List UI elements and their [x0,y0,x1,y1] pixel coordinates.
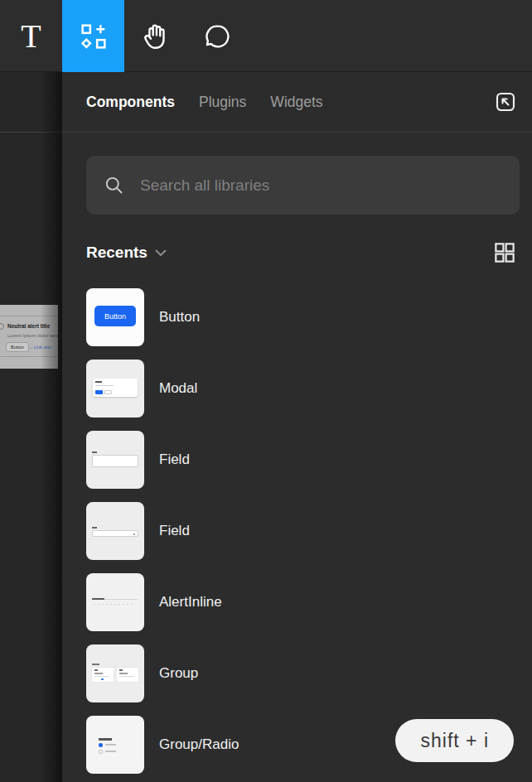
search-box[interactable] [86,156,520,215]
figma-app-window: T [0,0,532,782]
alert-button: Button [6,342,29,352]
comment-tool-button[interactable] [186,0,249,72]
list-item-modal[interactable]: Modal [86,360,532,418]
tab-widgets[interactable]: Widgets [270,94,322,111]
text-tool-button[interactable]: T [0,0,62,72]
search-input[interactable] [138,176,503,196]
item-label: Field [159,523,190,539]
list-item-button[interactable]: Button Button [86,288,532,346]
components-icon [77,20,110,53]
text-tool-icon: T [21,20,41,53]
item-label: Field [159,451,190,468]
grid-view-toggle[interactable] [491,239,518,266]
alert-info-icon [0,323,4,330]
list-item-alertinline[interactable]: AlertInline [86,573,532,631]
item-label: AlertInline [159,594,222,611]
components-panel: Components Plugins Widgets Recents [62,72,532,782]
tab-components[interactable]: Components [86,94,175,111]
item-label: Button [159,309,200,326]
components-tool-button[interactable] [62,0,124,72]
field-thumbnail [86,431,144,489]
top-toolbar: T [0,0,532,72]
tab-plugins[interactable]: Plugins [199,94,246,111]
popout-button[interactable] [491,88,520,116]
modal-thumbnail [86,360,144,418]
list-item-field-text[interactable]: Field [86,431,532,489]
group-thumbnail [86,644,144,702]
recents-list: Button Button Modal Field [86,288,532,774]
group-radio-thumbnail [86,716,144,774]
item-label: Modal [159,380,197,397]
search-icon [103,174,125,196]
hand-tool-button[interactable] [124,0,186,72]
recents-dropdown[interactable]: Recents [86,244,167,262]
item-label: Group/Radio [159,736,239,753]
grid-view-icon [492,240,517,265]
recents-header-row: Recents [86,242,518,263]
list-item-field-select[interactable]: Field [86,502,532,560]
comment-bubble-icon [202,21,234,52]
hand-tool-icon [140,21,172,52]
panel-header: Components Plugins Widgets [62,72,532,133]
panel-shadow [41,72,62,782]
button-thumbnail: Button [86,288,144,346]
mini-button-preview: Button [94,306,136,326]
recents-title: Recents [86,244,148,262]
canvas-background: Neutral alert title Lorem ipsum dolor am… [0,72,62,782]
shortcut-hint-badge: shift + i [395,719,514,762]
alertinline-thumbnail [86,573,144,631]
arrow-up-left-icon [492,89,519,115]
mini-modal-preview [93,379,138,397]
list-item-group[interactable]: Group [86,644,532,702]
panel-tabs: Components Plugins Widgets [86,94,491,111]
field-select-thumbnail [86,502,144,560]
item-label: Group [159,665,198,682]
chevron-down-icon [155,249,167,257]
